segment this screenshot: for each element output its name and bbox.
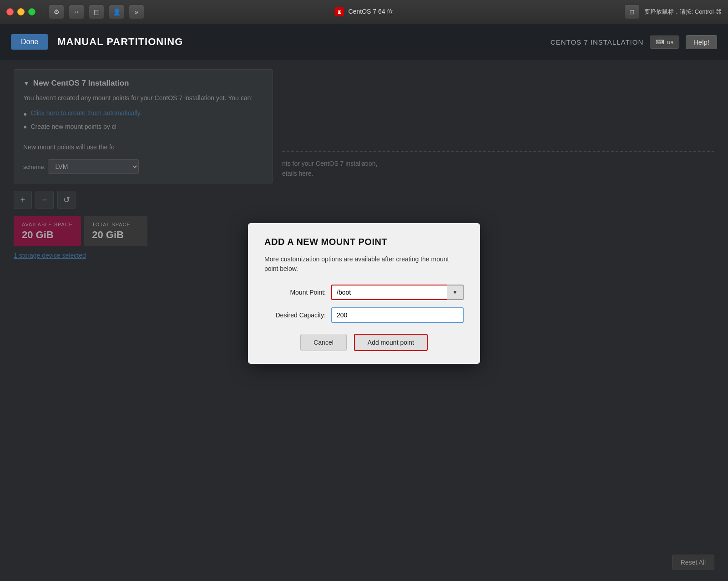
toolbar-more-icon[interactable]: » bbox=[129, 5, 144, 19]
keyboard-icon: ⌨ bbox=[656, 39, 664, 46]
content-wrapper: ▼ New CentOS 7 Installation You haven't … bbox=[0, 60, 728, 581]
done-button[interactable]: Done bbox=[11, 34, 48, 50]
cancel-button[interactable]: Cancel bbox=[300, 334, 347, 351]
toolbar-separator bbox=[42, 5, 42, 18]
toolbar-user-icon[interactable]: 👤 bbox=[109, 5, 124, 19]
capacity-row: Desired Capacity: bbox=[264, 307, 464, 323]
close-button[interactable] bbox=[6, 8, 14, 15]
titlebar: ⚙ ↔ ▤ 👤 » ⊞ CentOS 7 64 位 ⊡ 要释放鼠标，请按: Co… bbox=[0, 0, 728, 24]
traffic-lights bbox=[6, 8, 35, 15]
toolbar-settings-icon[interactable]: ⚙ bbox=[49, 5, 64, 19]
maximize-button[interactable] bbox=[28, 8, 35, 15]
mount-point-input[interactable] bbox=[331, 285, 447, 300]
titlebar-center: ⊞ CentOS 7 64 位 bbox=[335, 7, 394, 16]
dialog-title: ADD A NEW MOUNT POINT bbox=[264, 237, 464, 247]
vm-screen-btn[interactable]: ⊡ bbox=[624, 5, 640, 19]
modal-overlay: ADD A NEW MOUNT POINT More customization… bbox=[0, 60, 728, 581]
dialog-buttons: Cancel Add mount point bbox=[264, 334, 464, 351]
mount-point-dropdown[interactable]: ▼ bbox=[447, 285, 464, 300]
capacity-label: Desired Capacity: bbox=[264, 311, 326, 319]
mount-point-label: Mount Point: bbox=[264, 289, 326, 296]
header-right: CENTOS 7 INSTALLATION ⌨ us Help! bbox=[551, 35, 717, 49]
add-mount-point-dialog: ADD A NEW MOUNT POINT More customization… bbox=[248, 223, 480, 364]
capacity-input[interactable] bbox=[331, 307, 464, 323]
toolbar-nav-icon[interactable]: ↔ bbox=[69, 5, 84, 19]
minimize-button[interactable] bbox=[17, 8, 25, 15]
main-area: Done MANUAL PARTITIONING CENTOS 7 INSTAL… bbox=[0, 24, 728, 581]
subtitle: CENTOS 7 INSTALLATION bbox=[551, 38, 643, 46]
dialog-description: More customization options are available… bbox=[264, 255, 464, 274]
os-icon: ⊞ bbox=[335, 7, 344, 16]
help-button[interactable]: Help! bbox=[686, 35, 717, 49]
add-mount-point-button[interactable]: Add mount point bbox=[354, 334, 428, 351]
titlebar-right: ⊡ 要释放鼠标，请按: Control-⌘ bbox=[624, 5, 722, 19]
mount-point-row: Mount Point: ▼ bbox=[264, 285, 464, 300]
page-title: MANUAL PARTITIONING bbox=[57, 36, 183, 48]
hint-text: 要释放鼠标，请按: Control-⌘ bbox=[644, 8, 722, 16]
keyboard-label: us bbox=[667, 39, 673, 46]
keyboard-button[interactable]: ⌨ us bbox=[650, 36, 679, 49]
toolbar-screen-icon[interactable]: ▤ bbox=[89, 5, 104, 19]
mount-point-input-wrap: ▼ bbox=[331, 285, 464, 300]
vm-title: CentOS 7 64 位 bbox=[349, 8, 394, 16]
header-bar: Done MANUAL PARTITIONING CENTOS 7 INSTAL… bbox=[0, 24, 728, 60]
